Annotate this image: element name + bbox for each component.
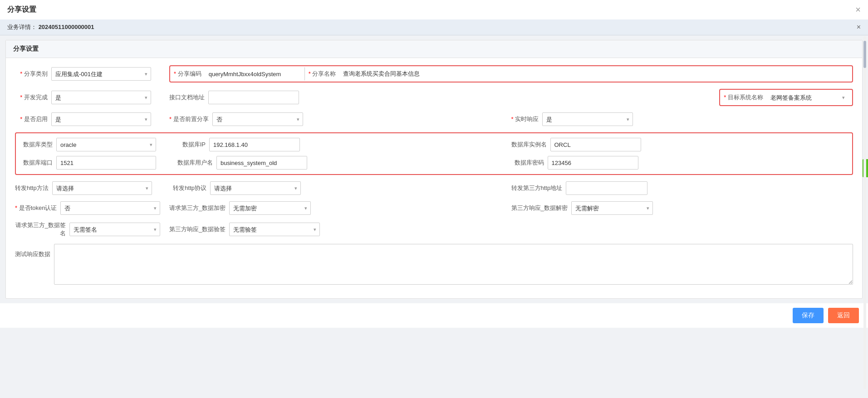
db-port-label: 数据库端口 <box>23 159 56 167</box>
resp-sign-select[interactable]: 无需验签 <box>229 223 320 236</box>
forward-method-label: 转发http方法 <box>15 181 52 195</box>
forward-method-select[interactable]: 请选择 <box>52 181 152 195</box>
forward-protocol-select-wrapper[interactable]: 请选择 <box>210 181 301 195</box>
token-auth-label: 是否token认证 <box>15 201 60 215</box>
db-password-label: 数据库密码 <box>511 159 548 167</box>
forward-url-input[interactable] <box>566 181 647 195</box>
share-name-input[interactable] <box>339 67 848 81</box>
pre-share-select[interactable]: 否 <box>212 112 303 126</box>
scrollbar-thumb[interactable] <box>863 41 866 68</box>
enabled-select-wrapper[interactable]: 是 <box>51 112 151 126</box>
target-system-select[interactable]: 老网签备案系统 <box>767 91 848 104</box>
req-sign-label: 请求第三方_数据签名 <box>15 221 69 238</box>
enabled-select[interactable]: 是 <box>51 112 151 126</box>
save-button[interactable]: 保存 <box>793 308 824 323</box>
resp-decrypt-select-wrapper[interactable]: 无需解密 <box>571 201 653 215</box>
req-encrypt-label: 请求第三方_数据加密 <box>169 204 229 212</box>
dev-done-label: 开发完成 <box>15 91 51 104</box>
business-label: 业务详情： 20240511000000001 <box>7 23 94 31</box>
req-encrypt-select-wrapper[interactable]: 无需加密 <box>229 201 311 215</box>
share-type-select[interactable]: 应用集成-001住建 <box>51 67 151 81</box>
share-code-input[interactable] <box>205 67 305 81</box>
req-sign-select[interactable]: 无需签名 <box>69 223 160 236</box>
test-data-textarea[interactable] <box>54 244 853 285</box>
target-system-select-wrapper[interactable]: 老网签备案系统 <box>767 91 848 104</box>
dev-done-select[interactable]: 是 <box>51 91 151 104</box>
doc-url-label: 接口文档地址 <box>169 91 208 104</box>
share-type-select-wrapper[interactable]: 应用集成-001住建 <box>51 67 151 81</box>
target-system-label: 目标系统名称 <box>724 91 767 104</box>
db-type-label: 数据库类型 <box>23 141 56 149</box>
main-title: 分享设置 <box>7 5 36 15</box>
req-encrypt-select[interactable]: 无需加密 <box>229 201 311 215</box>
forward-method-select-wrapper[interactable]: 请选择 <box>52 181 152 195</box>
forward-protocol-select[interactable]: 请选择 <box>210 181 301 195</box>
db-type-select[interactable]: oracle <box>56 138 156 151</box>
db-ip-label: 数据库IP <box>177 141 209 149</box>
share-code-label: 分享编码 <box>174 67 205 81</box>
db-password-input[interactable] <box>548 156 638 170</box>
token-auth-select[interactable]: 否 <box>60 201 160 215</box>
realtime-select[interactable]: 是 <box>542 112 633 126</box>
resp-decrypt-select[interactable]: 无需解密 <box>571 201 653 215</box>
req-sign-select-wrapper[interactable]: 无需签名 <box>69 223 160 236</box>
resp-sign-select-wrapper[interactable]: 无需验签 <box>229 223 320 236</box>
db-ip-input[interactable] <box>209 138 300 151</box>
scrollbar-track[interactable] <box>863 36 866 389</box>
pre-share-label: 是否前置分享 <box>169 112 212 126</box>
panel-header: 分享设置 <box>6 40 862 58</box>
enabled-label: 是否启用 <box>15 112 51 126</box>
dev-done-select-wrapper[interactable]: 是 <box>51 91 151 104</box>
pre-share-select-wrapper[interactable]: 否 <box>212 112 303 126</box>
business-close-icon[interactable]: × <box>857 23 861 31</box>
db-type-select-wrapper[interactable]: oracle <box>56 138 156 151</box>
token-auth-select-wrapper[interactable]: 否 <box>60 201 160 215</box>
test-data-label: 测试响应数据 <box>15 244 54 261</box>
share-type-label: 分享类别 <box>15 67 51 81</box>
resp-decrypt-label: 第三方响应_数据解密 <box>511 204 571 212</box>
return-button[interactable]: 返回 <box>828 308 859 323</box>
db-instance-label: 数据库实例名 <box>511 141 550 149</box>
db-user-label: 数据库用户名 <box>177 159 216 167</box>
close-top-icon[interactable]: × <box>855 5 861 15</box>
realtime-label: 实时响应 <box>511 112 543 126</box>
doc-url-input[interactable] <box>208 91 299 104</box>
db-port-input[interactable] <box>56 156 156 170</box>
forward-protocol-label: 转发http协议 <box>169 181 210 195</box>
db-instance-input[interactable] <box>550 138 641 151</box>
forward-url-label: 转发第三方http地址 <box>511 184 566 192</box>
resp-sign-label: 第三方响应_数据验签 <box>169 225 229 233</box>
share-name-label: 分享名称 <box>309 67 340 81</box>
realtime-select-wrapper[interactable]: 是 <box>542 112 633 126</box>
db-user-input[interactable] <box>216 156 307 170</box>
